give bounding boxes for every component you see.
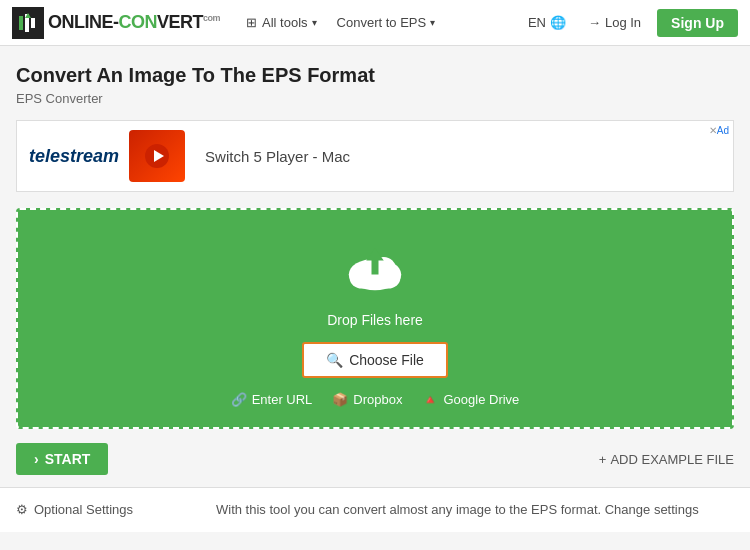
ad-logo-area: telestream: [29, 130, 185, 182]
header: ONLINE-CONVERTcom ⊞ All tools ▾ Convert …: [0, 0, 750, 46]
login-arrow-icon: →: [588, 15, 601, 30]
all-tools-label: All tools: [262, 15, 308, 30]
convert-to-eps-chevron: ▾: [430, 17, 435, 28]
logo-icon: [12, 7, 44, 39]
convert-to-eps-nav[interactable]: Convert to EPS ▾: [327, 0, 446, 46]
choose-file-label: Choose File: [349, 352, 424, 368]
all-tools-chevron: ▾: [312, 17, 317, 28]
gdrive-label: Google Drive: [443, 392, 519, 407]
google-drive-option[interactable]: 🔺 Google Drive: [422, 392, 519, 407]
link-icon: 🔗: [231, 392, 247, 407]
login-button[interactable]: → Log In: [580, 11, 649, 34]
add-example-button[interactable]: + ADD EXAMPLE FILE: [599, 452, 734, 467]
optional-settings-label: Optional Settings: [34, 502, 133, 517]
ad-label: Ad: [717, 125, 729, 136]
start-button[interactable]: › START: [16, 443, 108, 475]
chevron-right-icon: ›: [34, 451, 39, 467]
logo[interactable]: ONLINE-CONVERTcom: [12, 7, 220, 39]
convert-to-eps-label: Convert to EPS: [337, 15, 427, 30]
add-example-label: ADD EXAMPLE FILE: [610, 452, 734, 467]
search-icon: 🔍: [326, 352, 343, 368]
upload-icon: [38, 240, 712, 304]
ad-close-icon[interactable]: ✕: [709, 125, 717, 136]
svg-rect-0: [19, 16, 23, 30]
page-subtitle: EPS Converter: [16, 91, 734, 106]
page-title: Convert An Image To The EPS Format: [16, 64, 734, 87]
logo-com: com: [203, 13, 220, 23]
ad-banner: Ad ✕ telestream Switch 5 Player - Mac: [16, 120, 734, 192]
enter-url-label: Enter URL: [252, 392, 313, 407]
start-label: START: [45, 451, 91, 467]
telestream-logo: telestream: [29, 146, 119, 167]
language-selector[interactable]: EN 🌐: [522, 11, 572, 34]
settings-bar: ⚙ Optional Settings With this tool you c…: [0, 487, 750, 532]
gear-icon: ⚙: [16, 502, 28, 517]
dropbox-icon: 📦: [332, 392, 348, 407]
header-right: EN 🌐 → Log In Sign Up: [522, 9, 738, 37]
choose-file-button[interactable]: 🔍 Choose File: [302, 342, 448, 378]
ad-product-text: Switch 5 Player - Mac: [205, 148, 350, 165]
dropbox-label: Dropbox: [353, 392, 402, 407]
globe-icon: 🌐: [550, 15, 566, 30]
lang-label: EN: [528, 15, 546, 30]
enter-url-option[interactable]: 🔗 Enter URL: [231, 392, 313, 407]
upload-options: 🔗 Enter URL 📦 Dropbox 🔺 Google Drive: [38, 392, 712, 407]
grid-icon: ⊞: [246, 15, 257, 30]
signup-button[interactable]: Sign Up: [657, 9, 738, 37]
login-label: Log In: [605, 15, 641, 30]
all-tools-nav[interactable]: ⊞ All tools ▾: [236, 0, 327, 46]
gdrive-icon: 🔺: [422, 392, 438, 407]
upload-area: Drop Files here 🔍 Choose File 🔗 Enter UR…: [16, 208, 734, 429]
settings-description: With this tool you can convert almost an…: [216, 500, 734, 520]
plus-icon: +: [599, 452, 607, 467]
bottom-action-bar: › START + ADD EXAMPLE FILE: [16, 443, 734, 487]
page-content: Convert An Image To The EPS Format EPS C…: [0, 46, 750, 487]
logo-text: ONLINE-CONVERTcom: [48, 12, 220, 33]
ad-image: [129, 130, 185, 182]
dropbox-option[interactable]: 📦 Dropbox: [332, 392, 402, 407]
svg-rect-2: [31, 18, 35, 28]
drop-files-text: Drop Files here: [38, 312, 712, 328]
optional-settings-toggle[interactable]: ⚙ Optional Settings: [16, 500, 196, 520]
